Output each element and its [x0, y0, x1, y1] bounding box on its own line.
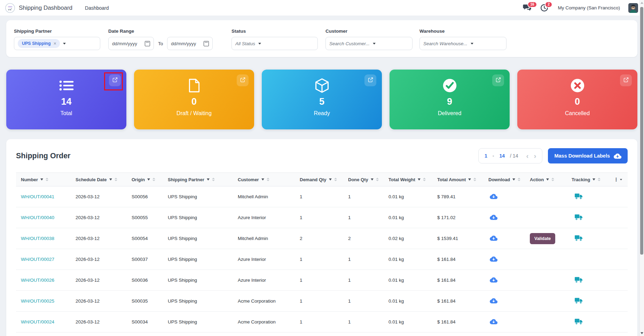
tracking-button[interactable]	[575, 193, 583, 200]
customer-select[interactable]: Search Customer...	[325, 37, 413, 50]
column-options-button[interactable]: ⋮	[614, 177, 628, 182]
shipping-partner-tag[interactable]: UPS Shipping ×	[18, 39, 60, 48]
order-number-link[interactable]: WH/OUT/00026	[21, 278, 54, 283]
download-label-button[interactable]	[490, 256, 497, 262]
user-avatar[interactable]	[628, 3, 638, 13]
column-header[interactable]: Customer	[238, 177, 300, 182]
customer-label: Customer	[325, 29, 413, 34]
origin-cell: S00055	[132, 215, 168, 220]
order-number-link[interactable]: WH/OUT/00040	[21, 215, 54, 220]
status-select[interactable]: All Status	[231, 37, 318, 50]
stat-card-delivered[interactable]: 9 Delivered	[390, 70, 510, 129]
sort-desc-icon	[512, 178, 515, 181]
company-name[interactable]: My Company (San Francisco)	[558, 5, 620, 10]
shipping-partner-label: Shipping Partner	[14, 29, 100, 34]
filter-shipping-partner: Shipping Partner UPS Shipping ×	[14, 29, 100, 50]
sort-icon	[376, 178, 379, 181]
external-link-icon	[623, 77, 629, 84]
table-row[interactable]: WH/OUT/00040 2026-03-12 S00055 UPS Shipp…	[16, 207, 628, 228]
column-header[interactable]: Done Qty	[348, 177, 388, 182]
calendar-icon[interactable]	[145, 41, 150, 46]
order-number-link[interactable]: WH/OUT/00024	[21, 319, 54, 325]
stat-label: Draft / Waiting	[176, 110, 212, 117]
sort-icon	[598, 178, 600, 181]
total-amount-cell: $ 161.84	[437, 298, 488, 304]
sort-desc-icon	[261, 178, 264, 181]
open-external-button[interactable]	[109, 74, 121, 86]
download-label-button[interactable]	[490, 235, 497, 241]
page-scrollbar[interactable]	[639, 0, 644, 336]
order-number-link[interactable]: WH/OUT/00041	[21, 194, 54, 199]
page-end[interactable]: 14	[500, 153, 505, 159]
done-qty-cell: 1	[348, 194, 388, 199]
validate-button[interactable]: Validate	[530, 233, 555, 244]
date-range-label: Date Range	[108, 29, 213, 34]
table-row[interactable]: WH/OUT/00041 2026-03-12 S00056 UPS Shipp…	[16, 186, 628, 207]
tracking-button[interactable]	[575, 235, 583, 241]
open-external-button[interactable]	[364, 74, 376, 86]
tracking-button[interactable]	[575, 318, 583, 325]
customer-cell: Azure Interior	[238, 278, 300, 283]
tracking-button[interactable]	[575, 277, 583, 283]
open-external-button[interactable]	[492, 74, 504, 86]
scroll-down-icon[interactable]	[641, 332, 643, 334]
tracking-button[interactable]	[575, 297, 583, 304]
column-header[interactable]: Tracking	[572, 177, 614, 182]
total-weight-cell: 0.01 kg	[388, 278, 437, 283]
stat-card-total[interactable]: 14 Total	[6, 70, 126, 129]
column-header[interactable]: Total Amount	[437, 177, 488, 182]
date-to-input[interactable]: dd/mm/yyyy	[167, 37, 213, 50]
remove-tag-icon[interactable]: ×	[54, 41, 56, 46]
truck-icon	[575, 235, 583, 241]
table-row[interactable]: WH/OUT/00024 2026-03-12 S00034 UPS Shipp…	[16, 312, 628, 333]
tracking-button[interactable]	[575, 214, 583, 221]
download-label-button[interactable]	[490, 193, 497, 199]
column-header[interactable]: Total Weight	[388, 177, 437, 182]
table-row[interactable]: WH/OUT/00038 2026-03-12 S00054 UPS Shipp…	[16, 228, 628, 249]
table-row[interactable]: WH/OUT/00026 2026-03-12 S00036 UPS Shipp…	[16, 270, 628, 291]
table-row[interactable]: WH/OUT/00025 2026-03-12 S00035 UPS Shipp…	[16, 291, 628, 312]
column-header[interactable]: Shipping Partner	[168, 177, 238, 182]
shipping-partner-cell: UPS Shipping	[168, 194, 238, 199]
messages-button[interactable]: 16	[523, 4, 532, 12]
order-number-link[interactable]: WH/OUT/00025	[21, 298, 54, 304]
download-label-button[interactable]	[490, 319, 497, 325]
date-from-input[interactable]: dd/mm/yyyy	[108, 37, 154, 50]
scroll-up-icon[interactable]	[641, 2, 643, 4]
done-qty-cell: 1	[348, 319, 388, 325]
download-label-button[interactable]	[490, 277, 497, 283]
column-header[interactable]: Schedule Date	[76, 177, 132, 182]
scrollbar-thumb[interactable]	[640, 7, 643, 255]
column-header[interactable]: Origin	[132, 177, 168, 182]
page-start[interactable]: 1	[485, 153, 487, 159]
order-number-link[interactable]: WH/OUT/00027	[21, 257, 54, 262]
download-label-button[interactable]	[490, 298, 497, 304]
open-external-button[interactable]	[237, 74, 249, 86]
calendar-icon[interactable]	[204, 41, 209, 46]
pagination[interactable]: 1 - 14 / 14 ‹ ›	[478, 148, 542, 163]
demand-qty-cell: 1	[300, 298, 348, 304]
column-header[interactable]: Download	[488, 177, 530, 182]
table-row[interactable]: WH/OUT/00027 2026-03-12 S00037 UPS Shipp…	[16, 249, 628, 270]
external-link-icon	[368, 77, 374, 84]
shipping-partner-select[interactable]: UPS Shipping ×	[14, 37, 100, 50]
app-logo[interactable]: odoo	[5, 3, 15, 13]
order-number-link[interactable]: WH/OUT/00038	[21, 236, 54, 241]
stat-card-ready[interactable]: 5 Ready	[262, 70, 382, 129]
stat-card-draft-waiting[interactable]: 0 Draft / Waiting	[134, 70, 254, 129]
stat-card-cancelled[interactable]: 0 Cancelled	[517, 70, 637, 129]
column-header[interactable]: Number	[21, 177, 76, 182]
download-label-button[interactable]	[490, 214, 497, 220]
warehouse-select[interactable]: Search Warehouse...	[419, 37, 506, 50]
column-header[interactable]: Action	[530, 177, 572, 182]
column-header[interactable]: Demand Qty	[300, 177, 348, 182]
activities-button[interactable]: 2	[540, 4, 549, 12]
nav-menu-dashboard[interactable]: Dashboard	[85, 5, 109, 11]
total-amount-cell: $ 789.41	[437, 194, 488, 199]
cloud-download-icon	[490, 214, 497, 220]
warehouse-label: Warehouse	[419, 29, 506, 34]
open-external-button[interactable]	[620, 74, 632, 86]
chevron-down-icon	[373, 43, 376, 45]
mass-download-labels-button[interactable]: Mass Download Labels	[548, 148, 628, 163]
origin-cell: S00034	[132, 319, 168, 325]
